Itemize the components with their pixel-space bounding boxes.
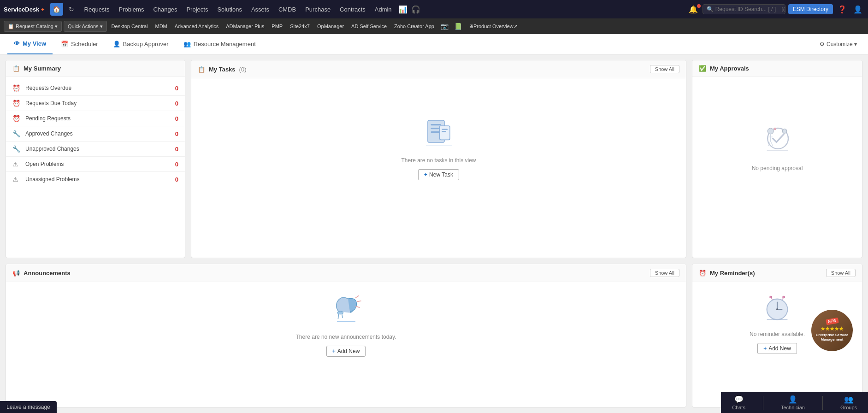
customize-button[interactable]: ⚙ Customize ▾ bbox=[816, 39, 861, 49]
chats-icon: 💬 bbox=[734, 395, 744, 404]
nav-admin[interactable]: Admin bbox=[370, 0, 396, 18]
summary-list: ⏰ Requests Overdue 0 ⏰ Requests Due Toda… bbox=[6, 77, 185, 190]
my-summary-panel: 📋 My Summary ⏰ Requests Overdue 0 ⏰ Requ… bbox=[6, 60, 185, 258]
reminders-empty-msg: No reminder available. bbox=[750, 331, 805, 337]
overdue-icon: ⏰ bbox=[12, 84, 21, 92]
chats-button[interactable]: 💬 Chats bbox=[728, 394, 749, 411]
desktop-central-link[interactable]: Desktop Central bbox=[109, 21, 151, 32]
technician-icon: 👤 bbox=[788, 395, 797, 404]
my-summary-title: 📋 My Summary bbox=[12, 65, 61, 72]
nav-changes[interactable]: Changes bbox=[148, 0, 182, 18]
opmanager-link[interactable]: OpManager bbox=[314, 21, 347, 32]
add-new-plus-icon: + bbox=[332, 348, 336, 354]
reminders-show-all-button[interactable]: Show All bbox=[826, 269, 856, 277]
tab-bar: 👁 My View 📅 Scheduler 👤 Backup Approver … bbox=[0, 34, 868, 54]
scheduler-icon: 📅 bbox=[61, 41, 68, 47]
request-catalog-button[interactable]: 📋 Request Catalog ▾ bbox=[4, 21, 62, 32]
main-content: 📋 My Summary ⏰ Requests Overdue 0 ⏰ Requ… bbox=[0, 54, 868, 413]
notification-bell-icon[interactable]: 🔔 bbox=[687, 5, 700, 14]
esm-title: Enterprise Service Management bbox=[811, 333, 853, 342]
monitor-icon: 🖥 bbox=[468, 24, 473, 29]
tasks-empty-illustration bbox=[420, 115, 457, 152]
home-button[interactable]: 🏠 bbox=[50, 3, 63, 16]
tasks-icon: 📋 bbox=[198, 66, 205, 73]
announcements-icon: 📢 bbox=[12, 270, 20, 277]
site24x7-link[interactable]: Site24x7 bbox=[287, 21, 313, 32]
mdm-link[interactable]: MDM bbox=[152, 21, 170, 32]
announcements-show-all-button[interactable]: Show All bbox=[650, 269, 679, 277]
esm-new-tag: NEW bbox=[826, 318, 838, 325]
refresh-button[interactable]: ↻ bbox=[65, 3, 78, 16]
nav-contracts[interactable]: Contracts bbox=[335, 0, 370, 18]
help-icon[interactable]: ❓ bbox=[836, 5, 849, 14]
chart-icon[interactable]: 📊 bbox=[396, 5, 409, 14]
product-overview-icon: ↗ bbox=[514, 24, 518, 30]
new-task-plus-icon: + bbox=[424, 171, 427, 178]
announcements-empty-msg: There are no new announcements today. bbox=[296, 334, 396, 340]
unapproved-changes-icon: 🔧 bbox=[12, 145, 21, 153]
svg-line-21 bbox=[357, 301, 361, 302]
toolbar-icon-1[interactable]: 📷 bbox=[439, 23, 450, 30]
leave-message-bar[interactable]: Leave a message bbox=[0, 401, 57, 413]
tasks-show-all-button[interactable]: Show All bbox=[650, 65, 679, 73]
tab-scheduler[interactable]: 📅 Scheduler bbox=[54, 34, 105, 54]
nav-assets[interactable]: Assets bbox=[247, 0, 274, 18]
top-nav: ServiceDesk + 🏠 ↻ Requests Problems Chan… bbox=[0, 0, 868, 18]
headset-icon[interactable]: 🎧 bbox=[409, 5, 422, 14]
new-task-button[interactable]: + New Task bbox=[418, 169, 459, 180]
nav-problems[interactable]: Problems bbox=[114, 0, 148, 18]
announcements-empty-illustration bbox=[328, 291, 365, 328]
nav-projects[interactable]: Projects bbox=[182, 0, 213, 18]
groups-icon: 👥 bbox=[844, 395, 853, 404]
pending-icon: ⏰ bbox=[12, 115, 21, 122]
tab-resource-management[interactable]: 👥 Resource Management bbox=[177, 34, 262, 54]
quick-actions-arrow-icon: ▾ bbox=[100, 24, 103, 30]
technician-button[interactable]: 👤 Technician bbox=[777, 394, 809, 411]
toolbar-icon-2[interactable]: 📗 bbox=[452, 23, 464, 30]
nav-purchase[interactable]: Purchase bbox=[301, 0, 335, 18]
add-new-reminder-button[interactable]: + Add New bbox=[757, 343, 797, 354]
esm-badge[interactable]: NEW ★★★★★ Enterprise Service Management bbox=[811, 310, 853, 351]
notification-badge bbox=[697, 4, 701, 8]
my-approvals-panel: ✅ My Approvals No pending approval bbox=[692, 60, 862, 258]
summary-row-due-today: ⏰ Requests Due Today 0 bbox=[6, 96, 185, 111]
tab-backup-approver[interactable]: 👤 Backup Approver bbox=[106, 34, 175, 54]
groups-button[interactable]: 👥 Groups bbox=[837, 394, 861, 411]
unassigned-problems-icon: ⚠ bbox=[12, 176, 21, 183]
add-new-announcement-button[interactable]: + Add New bbox=[326, 346, 366, 357]
my-tasks-header: 📋 My Tasks (0) Show All bbox=[191, 60, 686, 78]
user-avatar[interactable]: 👤 bbox=[851, 5, 864, 14]
pmp-link[interactable]: PMP bbox=[269, 21, 285, 32]
my-summary-header: 📋 My Summary bbox=[6, 60, 185, 77]
my-reminders-panel: ⏰ My Reminder(s) Show All No reminder av… bbox=[692, 264, 862, 407]
my-tasks-panel: 📋 My Tasks (0) Show All There are no ta bbox=[191, 60, 686, 258]
svg-point-30 bbox=[770, 296, 772, 298]
ad-self-service-link[interactable]: AD Self Service bbox=[348, 21, 390, 32]
announcements-title: 📢 Announcements bbox=[12, 270, 71, 277]
svg-point-14 bbox=[782, 129, 787, 134]
reminders-icon: ⏰ bbox=[699, 270, 706, 277]
tab-my-view[interactable]: 👁 My View bbox=[7, 34, 53, 54]
svg-line-20 bbox=[355, 296, 359, 298]
quick-actions-button[interactable]: Quick Actions ▾ bbox=[64, 21, 107, 32]
admanager-link[interactable]: ADManager Plus bbox=[223, 21, 267, 32]
open-problems-icon: ⚠ bbox=[12, 160, 21, 168]
zoho-creator-link[interactable]: Zoho Creator App bbox=[391, 21, 437, 32]
search-input[interactable] bbox=[715, 6, 780, 12]
gear-icon: ⚙ bbox=[820, 41, 825, 47]
svg-rect-1 bbox=[431, 124, 441, 125]
summary-row-open-problems: ⚠ Open Problems 0 bbox=[6, 157, 185, 172]
nav-cmdb[interactable]: CMDB bbox=[274, 0, 301, 18]
secondary-toolbar: 📋 Request Catalog ▾ Quick Actions ▾ Desk… bbox=[0, 18, 868, 34]
nav-solutions[interactable]: Solutions bbox=[213, 0, 246, 18]
esm-directory-button[interactable]: ESM Directory bbox=[788, 4, 833, 14]
nav-menu: Requests Problems Changes Projects Solut… bbox=[80, 0, 685, 18]
divider bbox=[763, 396, 763, 410]
nav-requests[interactable]: Requests bbox=[80, 0, 114, 18]
search-icon: 🔍 bbox=[707, 6, 714, 12]
product-overview-link[interactable]: 🖥 Product Overview ↗ bbox=[466, 21, 520, 32]
svg-rect-2 bbox=[431, 128, 439, 129]
my-view-icon: 👁 bbox=[14, 40, 20, 47]
catalog-icon: 📋 bbox=[8, 24, 14, 30]
advanced-analytics-link[interactable]: Advanced Analytics bbox=[172, 21, 221, 32]
